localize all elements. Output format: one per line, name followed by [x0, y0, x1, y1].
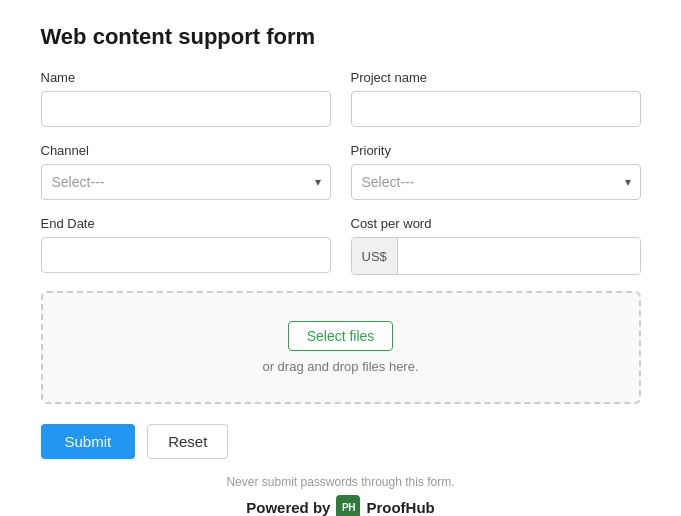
cost-per-word-label: Cost per word — [351, 216, 641, 231]
row-channel-priority: Channel Select--- ▾ Priority Select--- ▾ — [41, 143, 641, 200]
form-title: Web content support form — [41, 24, 641, 50]
name-input[interactable] — [41, 91, 331, 127]
cost-input[interactable] — [398, 238, 640, 274]
row-name-project: Name Project name — [41, 70, 641, 127]
form-actions: Submit Reset — [41, 424, 641, 459]
priority-label: Priority — [351, 143, 641, 158]
priority-select[interactable]: Select--- — [351, 164, 641, 200]
form-container: Web content support form Name Project na… — [21, 0, 661, 516]
end-date-label: End Date — [41, 216, 331, 231]
password-warning: Never submit passwords through this form… — [41, 475, 641, 489]
proofhub-logo-icon: PH — [336, 495, 360, 516]
cost-per-word-group: Cost per word US$ — [351, 216, 641, 275]
drag-drop-text: or drag and drop files here. — [262, 359, 418, 374]
end-date-group: End Date — [41, 216, 331, 275]
powered-by-text: Powered by — [246, 499, 330, 516]
channel-select-wrapper: Select--- ▾ — [41, 164, 331, 200]
priority-group: Priority Select--- ▾ — [351, 143, 641, 200]
cost-currency-prefix: US$ — [352, 238, 398, 274]
submit-button[interactable]: Submit — [41, 424, 136, 459]
name-label: Name — [41, 70, 331, 85]
project-name-group: Project name — [351, 70, 641, 127]
channel-group: Channel Select--- ▾ — [41, 143, 331, 200]
file-drop-zone[interactable]: Select files or drag and drop files here… — [41, 291, 641, 404]
project-name-input[interactable] — [351, 91, 641, 127]
channel-select[interactable]: Select--- — [41, 164, 331, 200]
name-group: Name — [41, 70, 331, 127]
channel-label: Channel — [41, 143, 331, 158]
cost-input-wrapper: US$ — [351, 237, 641, 275]
row-enddate-cost: End Date Cost per word US$ — [41, 216, 641, 275]
project-name-label: Project name — [351, 70, 641, 85]
reset-button[interactable]: Reset — [147, 424, 228, 459]
end-date-input[interactable] — [41, 237, 331, 273]
brand-name: ProofHub — [366, 499, 434, 516]
priority-select-wrapper: Select--- ▾ — [351, 164, 641, 200]
select-files-button[interactable]: Select files — [288, 321, 394, 351]
powered-by: Powered by PH ProofHub — [41, 495, 641, 516]
